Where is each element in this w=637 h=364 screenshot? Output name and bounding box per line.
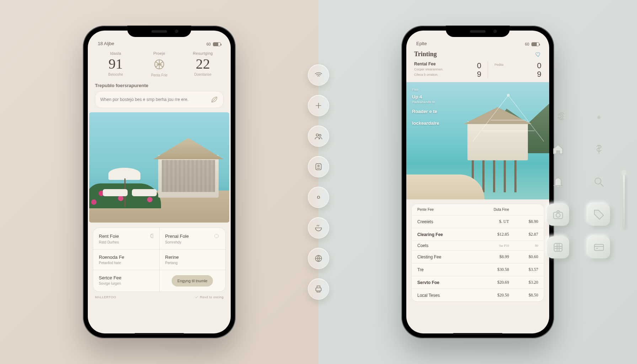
- tag-icon[interactable]: [588, 204, 610, 226]
- battery-icon: [213, 42, 221, 46]
- cell-prenal-fee[interactable]: Prenal Fole Somrehdy: [159, 228, 226, 249]
- bell-icon[interactable]: [547, 171, 569, 193]
- banner-title: Trepublo foersrapurente: [95, 83, 224, 88]
- summary-row: Rental Fee Cocper srearanmen. Cileca b o…: [406, 61, 549, 82]
- stylus-icon: [623, 175, 625, 228]
- footer: MALLERTOO Revd to oscing: [88, 292, 231, 299]
- summary-values-2: 0 9: [519, 61, 541, 79]
- shell-icon: [153, 58, 165, 70]
- svg-rect-13: [316, 288, 321, 291]
- cta-button[interactable]: Engyng til tnumle: [172, 275, 213, 287]
- table-row[interactable]: Servto Foe $20.69 $3.20: [412, 276, 544, 289]
- home-indicator[interactable]: [453, 333, 503, 335]
- icon-tray: [545, 106, 612, 258]
- table-row[interactable]: Clearing Fee $12.85 $2.87: [412, 228, 544, 241]
- pricing-table: Pente Fee Duta Fine Creeiets $. UT $8.90…: [411, 204, 544, 302]
- bowl-icon[interactable]: [308, 217, 329, 239]
- svg-rect-6: [594, 245, 604, 251]
- table-row[interactable]: Tre $30.58 $3.57: [412, 263, 544, 276]
- page-header: Trinting: [406, 48, 549, 61]
- heart-icon[interactable]: [535, 51, 541, 58]
- page-title: Trinting: [414, 50, 437, 58]
- pin-icon: [598, 116, 600, 118]
- svg-point-10: [318, 165, 319, 167]
- spiral-icon[interactable]: [547, 106, 569, 128]
- home-indicator[interactable]: [134, 333, 184, 335]
- phone-left: 18 Aljbe 60 Idasla 91 Belooshe Proeje Pe…: [83, 26, 236, 338]
- footer-link[interactable]: Revd to oscing: [195, 295, 224, 299]
- table-row[interactable]: Coets 9ar P10 80: [412, 241, 544, 250]
- cell-service-fee[interactable]: Sertce Fee Sovrge lurgen: [93, 270, 159, 291]
- plus-icon[interactable]: [308, 95, 329, 116]
- cell-rerine[interactable]: Rerine Pertang: [159, 250, 226, 270]
- check-icon: [195, 295, 198, 299]
- metric-2[interactable]: Proeje Penta Frie: [140, 51, 179, 77]
- status-time: 18 Aljbe: [98, 41, 114, 46]
- table-row[interactable]: Clesting Fee $8.99 $0.60: [412, 250, 544, 263]
- summary-labels: Pedita: [494, 61, 512, 79]
- camera-icon[interactable]: [547, 204, 569, 226]
- grid-icon[interactable]: [547, 236, 569, 258]
- cell-cta: Engyng til tnumle: [159, 270, 226, 291]
- svg-point-1: [507, 94, 510, 97]
- screen-right: Eplte 60 Trinting Rental Fee Cocper srea…: [406, 31, 549, 333]
- notch: [446, 26, 510, 37]
- svg-rect-5: [554, 243, 562, 252]
- leaf-icon: [210, 96, 218, 103]
- svg-point-0: [215, 234, 219, 238]
- svg-point-11: [317, 196, 320, 199]
- table-row[interactable]: Creeiets $. UT $8.90: [412, 215, 544, 228]
- circle-icon: [213, 233, 220, 239]
- wifi-icon[interactable]: [308, 64, 329, 86]
- fee-grid: Rent Foie Ratd Durhes Prenal Fole Somreh…: [93, 228, 226, 292]
- badge-icon[interactable]: [308, 156, 329, 177]
- center-icon-rail: [308, 64, 329, 300]
- status-signal: 60: [207, 42, 211, 46]
- home-icon[interactable]: [547, 138, 569, 160]
- summary-title: Rental Fee: [414, 61, 452, 66]
- users-icon[interactable]: [308, 125, 329, 147]
- table-row[interactable]: Local Teses $20.50 $8.50: [412, 289, 544, 301]
- table-header: Pente Fee Duta Fine: [412, 204, 544, 215]
- svg-point-7: [316, 134, 319, 136]
- battery-icon: [531, 42, 539, 46]
- search-icon[interactable]: [588, 171, 610, 193]
- phone-right: Eplte 60 Trinting Rental Fee Cocper srea…: [401, 26, 554, 338]
- spiral-icon: [147, 233, 154, 239]
- svg-point-2: [595, 178, 601, 184]
- tip-card[interactable]: When por bostejo bes e smp berha jou rre…: [95, 91, 224, 108]
- metric-1[interactable]: Idasla 91 Belooshe: [96, 51, 135, 77]
- perspective-overlay-icon: [469, 92, 547, 145]
- screen-left: 18 Aljbe 60 Idasla 91 Belooshe Proeje Pe…: [88, 31, 231, 333]
- summary-values: 0 9: [459, 61, 481, 79]
- hero-image[interactable]: Fiae Up 4 Padeahands te Roader e te lock…: [406, 82, 549, 199]
- dot-icon[interactable]: [308, 187, 329, 208]
- globe-icon[interactable]: [308, 248, 329, 269]
- hero-image[interactable]: [89, 112, 229, 223]
- printer-icon[interactable]: [308, 278, 329, 300]
- metric-3[interactable]: Resurtging 22 Doentarise: [183, 51, 222, 77]
- metrics-row: Idasla 91 Belooshe Proeje Penta Frie Res…: [88, 48, 231, 83]
- cell-roenoda-fee[interactable]: Roenoda Fe Petanfod hate: [93, 250, 159, 270]
- tip-text: When por bostejo bes e smp berha jou rre…: [100, 97, 188, 102]
- dollar-icon[interactable]: [588, 138, 610, 160]
- banner: Trepublo foersrapurente When por bostejo…: [95, 83, 224, 108]
- svg-point-4: [556, 213, 560, 217]
- footer-brand: MALLERTOO: [95, 295, 116, 299]
- cell-rent-fee[interactable]: Rent Foie Ratd Durhes: [93, 228, 159, 249]
- hero-overlay: Fiae Up 4 Padeahands te Roader e te lock…: [412, 87, 439, 126]
- notch: [127, 26, 191, 37]
- card-icon[interactable]: [588, 236, 610, 258]
- status-label: Eplte: [416, 41, 427, 46]
- svg-point-8: [319, 134, 321, 136]
